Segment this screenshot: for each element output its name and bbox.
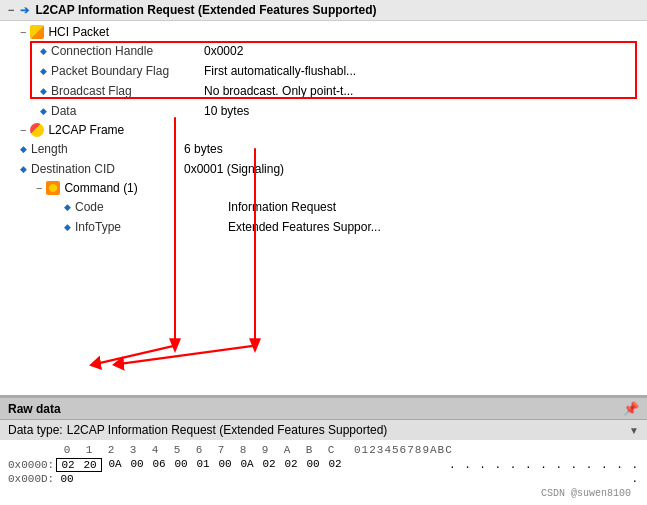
hex-byte-0b: 00 [302,458,324,472]
hex-bytes-1: 00 [56,473,619,485]
connection-handle-row[interactable]: ◆ Connection Handle 0x0002 [0,41,647,61]
top-panel: − ➔ L2CAP Information Request (Extended … [0,0,647,396]
l2cap-section: − L2CAP Frame ◆ Length 6 bytes ◆ Destina… [0,121,647,237]
dropdown-icon[interactable]: ▼ [629,425,639,436]
hci-label: HCI Packet [48,25,109,39]
hci-section: − HCI Packet ◆ Connection Handle 0x0002 [0,23,647,121]
connection-handle-value: 0x0002 [204,44,639,58]
hex-byte-06: 01 [192,458,214,472]
length-row[interactable]: ◆ Length 6 bytes [0,139,647,159]
hex-col-7: 7 [210,444,232,456]
hex-byte-01: 20 [79,459,101,471]
hex-byte-d0: 00 [56,473,78,485]
hex-byte-05: 00 [170,458,192,472]
panel-title-bar: − ➔ L2CAP Information Request (Extended … [0,0,647,21]
hci-icon [30,25,44,39]
data-type-row: Data type: L2CAP Information Request (Ex… [0,420,647,440]
hex-byte-04: 06 [148,458,170,472]
packet-boundary-label: ◆ Packet Boundary Flag [40,64,200,78]
data-value: 10 bytes [204,104,639,118]
hex-byte-00: 02 [57,459,79,471]
l2cap-collapse-icon[interactable]: − [20,124,26,136]
code-label: ◆ Code [64,200,224,214]
hex-col-6: 6 [188,444,210,456]
tree-content: − HCI Packet ◆ Connection Handle 0x0002 [0,21,647,239]
diamond-icon-8: ◆ [64,222,71,232]
hex-byte-03: 00 [126,458,148,472]
collapse-icon[interactable]: − [8,4,14,16]
watermark: CSDN @suwen8100 [8,486,639,501]
command-label: Command (1) [64,181,137,195]
hex-offset-1: 0x000D: [8,473,56,485]
bottom-panel: Raw data 📌 Data type: L2CAP Information … [0,396,647,505]
svg-line-1 [95,346,175,365]
pin-icon: 📌 [623,401,639,416]
hex-col-0: 0 [56,444,78,456]
hex-byte-0a: 02 [280,458,302,472]
ascii-header: 0123456789ABC [354,444,453,456]
hex-byte-0c: 02 [324,458,346,472]
hex-col-3: 3 [122,444,144,456]
hex-col-9: 9 [254,444,276,456]
diamond-icon-3: ◆ [40,86,47,96]
svg-line-3 [118,346,255,365]
hex-col-c: C [320,444,342,456]
hex-col-2: 2 [100,444,122,456]
hex-col-1: 1 [78,444,100,456]
hex-offset-0: 0x0000: [8,459,56,471]
connection-handle-label: ◆ Connection Handle [40,44,200,58]
dest-cid-label: ◆ Destination CID [20,162,180,176]
diamond-icon-4: ◆ [40,106,47,116]
hex-area: 0 1 2 3 4 5 6 7 8 9 A B C 0123456789ABC … [0,440,647,505]
command-section-header[interactable]: − Command (1) [0,179,647,197]
dest-cid-row[interactable]: ◆ Destination CID 0x0001 (Signaling) [0,159,647,179]
data-type-value: L2CAP Information Request (Extended Feat… [67,423,625,437]
infotype-label: ◆ InfoType [64,220,224,234]
length-value: 6 bytes [184,142,639,156]
packet-boundary-value: First automatically-flushabl... [204,64,639,78]
diamond-icon: ◆ [40,46,47,56]
diamond-icon-2: ◆ [40,66,47,76]
diamond-icon-5: ◆ [20,144,27,154]
hex-col-4: 4 [144,444,166,456]
data-label: ◆ Data [40,104,200,118]
main-container: − ➔ L2CAP Information Request (Extended … [0,0,647,505]
diamond-icon-6: ◆ [20,164,27,174]
l2cap-icon [30,123,44,137]
hex-byte-09: 02 [258,458,280,472]
broadcast-flag-row[interactable]: ◆ Broadcast Flag No broadcast. Only poin… [0,81,647,101]
hex-row-1: 0x000D: 00 . [8,473,639,485]
l2cap-section-header[interactable]: − L2CAP Frame [0,121,647,139]
dest-cid-value: 0x0001 (Signaling) [184,162,639,176]
ascii-row-1: . [631,473,639,485]
broadcast-flag-label: ◆ Broadcast Flag [40,84,200,98]
code-row[interactable]: ◆ Code Information Request [0,197,647,217]
infotype-value: Extended Features Suppor... [228,220,639,234]
hci-collapse-icon[interactable]: − [20,26,26,38]
hex-bytes-0: 02 20 0A 00 06 00 01 00 0A 02 02 00 02 [56,458,437,472]
hex-col-5: 5 [166,444,188,456]
hci-section-header[interactable]: − HCI Packet [0,23,647,41]
raw-data-title: Raw data [8,402,61,416]
command-icon [46,181,60,195]
hex-col-8: 8 [232,444,254,456]
broadcast-flag-value: No broadcast. Only point-t... [204,84,639,98]
hex-byte-07: 00 [214,458,236,472]
hex-byte-08: 0A [236,458,258,472]
hex-col-a: A [276,444,298,456]
command-collapse-icon[interactable]: − [36,182,42,194]
data-type-label: Data type: [8,423,63,437]
data-row[interactable]: ◆ Data 10 bytes [0,101,647,121]
infotype-row[interactable]: ◆ InfoType Extended Features Suppor... [0,217,647,237]
raw-data-header: Raw data 📌 [0,398,647,420]
nav-arrow-icon: ➔ [20,4,29,17]
ascii-row-0: . . . . . . . . . . . . . [449,459,639,471]
hex-byte-02: 0A [104,458,126,472]
l2cap-label: L2CAP Frame [48,123,124,137]
hex-row-0: 0x0000: 02 20 0A 00 06 00 01 00 0A 02 02… [8,458,639,472]
hex-col-b: B [298,444,320,456]
length-label: ◆ Length [20,142,180,156]
hex-column-headers: 0 1 2 3 4 5 6 7 8 9 A B C 0123456789ABC [8,444,639,456]
hci-fields: ◆ Connection Handle 0x0002 ◆ Packet Boun… [0,41,647,101]
packet-boundary-row[interactable]: ◆ Packet Boundary Flag First automatical… [0,61,647,81]
